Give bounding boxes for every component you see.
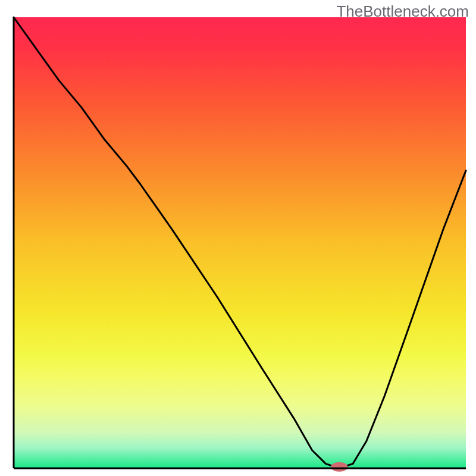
- watermark-label: TheBottleneck.com: [336, 2, 469, 21]
- chart-container: TheBottleneck.com: [0, 0, 476, 476]
- optimal-point-marker: [331, 462, 347, 472]
- plot-background: [14, 17, 466, 468]
- bottleneck-chart: [0, 0, 476, 476]
